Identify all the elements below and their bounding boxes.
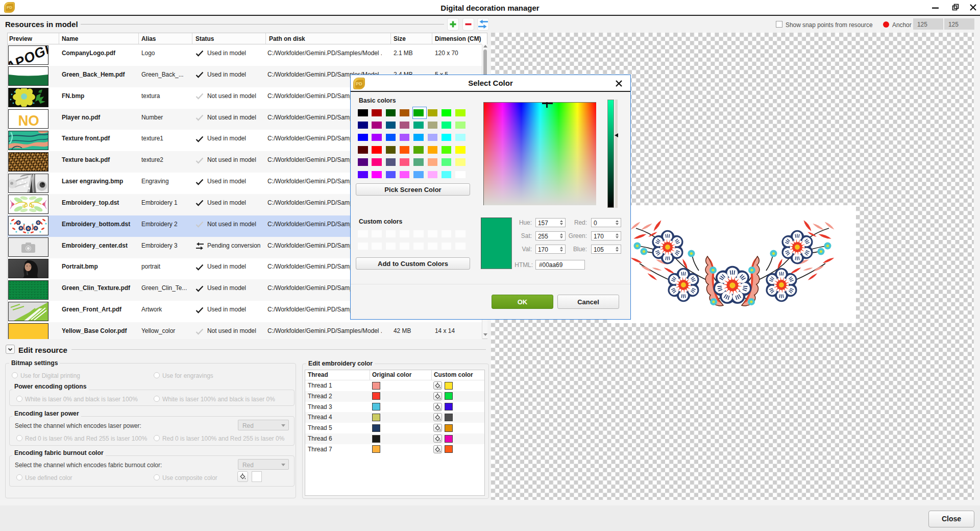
svg-text:NO: NO bbox=[18, 112, 39, 128]
